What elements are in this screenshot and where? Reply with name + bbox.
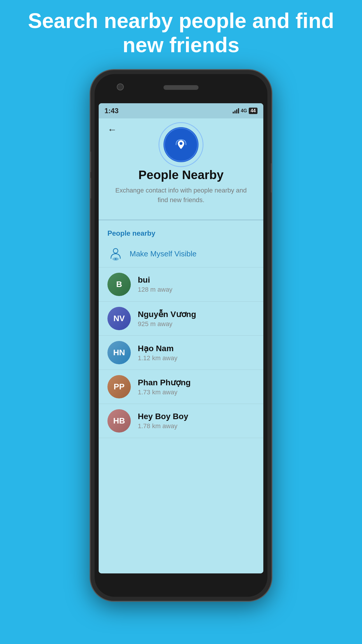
phone-inner: 1:43 4G 44 ←	[95, 74, 267, 597]
person-name: Nguyễn Vương	[138, 309, 255, 319]
person-info: Hey Boy Boy1.78 km away	[138, 412, 255, 430]
person-info: bui128 m away	[138, 275, 255, 293]
person-name: bui	[138, 275, 255, 285]
speaker	[163, 85, 199, 90]
list-section: People nearby	[99, 223, 263, 438]
section-label: People nearby	[99, 223, 263, 240]
top-section: ← People Nearby Exchange cont	[99, 118, 263, 216]
volume-up-button	[90, 152, 91, 172]
person-info: Nguyễn Vương925 m away	[138, 309, 255, 328]
page-title: People Nearby	[107, 168, 255, 182]
app-content: ← People Nearby Exchange cont	[99, 118, 263, 573]
person-distance: 128 m away	[138, 286, 255, 293]
person-row[interactable]: PPPhan Phượng1.73 km away	[99, 370, 263, 404]
svg-point-0	[180, 142, 182, 145]
person-name: Hey Boy Boy	[138, 412, 255, 421]
person-list: Bbui128 m awayNVNguyễn Vương925 m awayHN…	[99, 267, 263, 438]
person-row[interactable]: HNHạo Nam1.12 km away	[99, 336, 263, 370]
svg-point-1	[113, 249, 118, 253]
person-info: Hạo Nam1.12 km away	[138, 344, 255, 362]
status-icons: 4G 44	[233, 108, 257, 114]
person-row[interactable]: Bbui128 m away	[99, 267, 263, 302]
svg-point-4	[115, 258, 116, 260]
person-row[interactable]: HBHey Boy Boy1.78 km away	[99, 404, 263, 438]
signal-icon	[233, 108, 239, 113]
section-divider	[99, 219, 263, 220]
phone-frame: 1:43 4G 44 ←	[90, 70, 272, 601]
person-distance: 1.12 km away	[138, 354, 255, 362]
camera	[117, 83, 124, 90]
person-row[interactable]: NVNguyễn Vương925 m away	[99, 302, 263, 336]
person-distance: 925 m away	[138, 320, 255, 328]
power-button	[271, 163, 272, 192]
hero-title: Search nearby people and find new friend…	[0, 9, 362, 57]
person-distance: 1.78 km away	[138, 422, 255, 430]
make-visible-icon	[107, 246, 124, 262]
person-distance: 1.73 km away	[138, 388, 255, 396]
make-visible-label: Make Myself Visible	[130, 249, 196, 258]
volume-down-button	[90, 178, 91, 198]
battery-level: 44	[249, 108, 257, 114]
person-location-icon	[109, 247, 123, 261]
location-radar-icon	[163, 127, 199, 162]
phone-screen: 1:43 4G 44 ←	[99, 103, 263, 573]
person-name: Hạo Nam	[138, 344, 255, 353]
page-subtitle: Exchange contact info with people nearby…	[107, 186, 255, 205]
person-name: Phan Phượng	[138, 378, 255, 387]
make-visible-row[interactable]: Make Myself Visible	[99, 240, 263, 267]
status-bar: 1:43 4G 44	[99, 103, 263, 118]
back-button[interactable]: ←	[107, 124, 117, 135]
pin-icon	[174, 137, 188, 152]
network-type: 4G	[241, 108, 247, 113]
status-time: 1:43	[105, 107, 119, 115]
person-info: Phan Phượng1.73 km away	[138, 378, 255, 396]
